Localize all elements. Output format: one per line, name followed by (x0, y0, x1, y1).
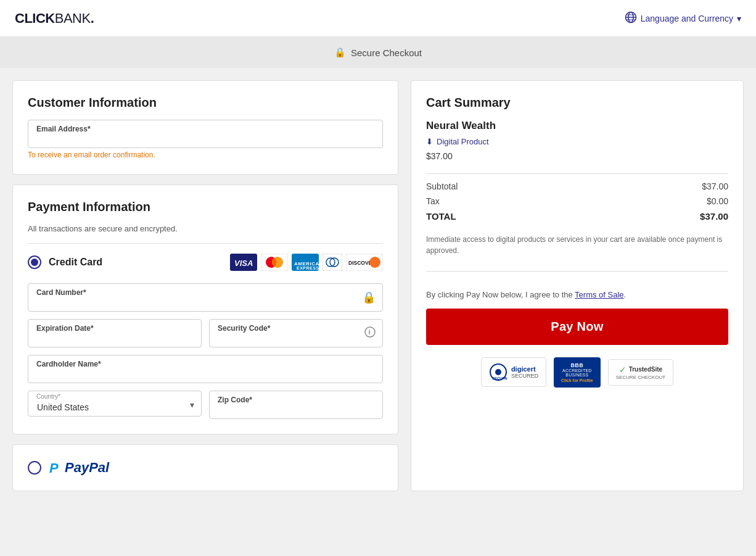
logo-bank: BANK (55, 10, 91, 26)
checkmark-icon: ✓ (619, 365, 627, 375)
expiry-wrapper: Expiration Date* (28, 319, 202, 347)
product-price: $37.00 (426, 151, 728, 161)
summary-divider-2 (426, 271, 728, 272)
visa-icon: VISA (230, 254, 257, 271)
expiry-security-row: Expiration Date* Security Code* i (28, 319, 383, 347)
cardholder-input[interactable] (28, 355, 383, 383)
summary-divider-1 (426, 173, 728, 174)
mastercard-icon (261, 254, 288, 271)
email-hint: To receive an email order confirmation. (28, 151, 383, 159)
credit-card-radio[interactable] (28, 255, 41, 269)
card-icons: VISA AMERICAN EXPRESS (230, 254, 383, 271)
digicert-badge: SECURED digicert SECURED (481, 357, 546, 387)
main-content: Customer Information Email Address* To r… (0, 68, 756, 504)
cardholder-wrapper: Cardholder Name* (28, 355, 383, 383)
paypal-logo: P PayPal (49, 460, 109, 476)
lock-icon: 🔒 (334, 47, 346, 58)
security-info-icon[interactable]: i (364, 326, 376, 340)
terms-of-sale-link[interactable]: Terms of Sale (575, 290, 623, 299)
card-number-label: Card Number* (36, 288, 86, 297)
download-icon: ⬇ (426, 137, 433, 146)
card-form: Card Number* 🔒 Expiration Date* Security… (28, 283, 383, 419)
digicert-label: digicert SECURED (511, 365, 538, 379)
zip-label: Zip Code* (218, 396, 252, 404)
pay-now-button[interactable]: Pay Now (426, 309, 728, 345)
paypal-card: P PayPal (12, 444, 398, 491)
total-label: TOTAL (426, 211, 456, 222)
logo: CLICKBANK. (15, 10, 94, 27)
svg-point-18 (369, 257, 380, 268)
security-wrapper: Security Code* i (209, 319, 383, 347)
card-number-wrapper: Card Number* 🔒 (28, 283, 383, 312)
paypal-radio[interactable] (28, 461, 41, 475)
svg-rect-13 (323, 254, 342, 271)
zip-input[interactable] (209, 391, 383, 419)
digital-product-row: ⬇ Digital Product (426, 137, 728, 146)
card-lock-icon: 🔒 (362, 291, 376, 304)
svg-text:SECURED: SECURED (492, 376, 507, 380)
svg-text:EXPRESS: EXPRESS (297, 266, 319, 270)
diners-icon (323, 254, 342, 271)
security-input[interactable] (209, 319, 383, 347)
paypal-row: P PayPal (28, 460, 383, 476)
secure-checkout-label: Secure Checkout (351, 48, 422, 58)
left-panel: Customer Information Email Address* To r… (12, 80, 398, 491)
cardholder-label: Cardholder Name* (36, 360, 101, 368)
country-wrapper: Country* United States ▾ (28, 391, 202, 419)
email-form-group: Email Address* To receive an email order… (28, 120, 383, 159)
header: CLICKBANK. Language and Currency ▾ (0, 0, 756, 37)
subtotal-label: Subtotal (426, 181, 458, 191)
language-currency-label: Language and Currency (641, 14, 733, 23)
cart-summary-panel: Cart Summary Neural Wealth ⬇ Digital Pro… (411, 80, 744, 491)
zip-wrapper: Zip Code* (209, 391, 383, 419)
expiry-label: Expiration Date* (36, 324, 94, 333)
country-label: Country* (36, 393, 60, 400)
customer-info-card: Customer Information Email Address* To r… (12, 80, 398, 175)
payment-info-title: Payment Information (28, 200, 383, 214)
country-zip-row: Country* United States ▾ Zip Code* (28, 391, 383, 419)
tax-label: Tax (426, 196, 440, 206)
product-type: Digital Product (437, 137, 489, 146)
amex-icon: AMERICAN EXPRESS (292, 254, 319, 271)
terms-suffix: . (624, 290, 627, 299)
secure-checkout-bar: 🔒 Secure Checkout (0, 37, 756, 68)
globe-icon (625, 11, 637, 25)
subtotal-row: Subtotal $37.00 (426, 181, 728, 191)
trusted-site-badge: ✓ TrustedSite SECURE CHECKOUT (608, 359, 673, 386)
total-value: $37.00 (700, 211, 728, 222)
email-label: Email Address* (36, 125, 91, 133)
customer-info-title: Customer Information (28, 96, 383, 110)
cart-summary-title: Cart Summary (426, 96, 728, 110)
terms-note: By clicking Pay Now below, I agree to th… (426, 289, 728, 301)
svg-text:VISA: VISA (234, 259, 253, 268)
credit-card-label: Credit Card (49, 257, 102, 268)
bbb-badge: BBB ACCREDITED BUSINESS Click for Profil… (554, 357, 601, 388)
security-label: Security Code* (218, 324, 270, 333)
tax-row: Tax $0.00 (426, 196, 728, 206)
paypal-p-icon: P (49, 460, 62, 476)
payment-subtitle: All transactions are secure and encrypte… (28, 224, 383, 233)
payment-info-card: Payment Information All transactions are… (12, 185, 398, 434)
discover-icon: DISCOVER (346, 254, 383, 271)
paypal-text: PayPal (65, 460, 109, 476)
total-row: TOTAL $37.00 (426, 211, 728, 222)
logo-click: CLICK (15, 10, 55, 26)
logo-dot: . (91, 10, 94, 26)
trust-badges: SECURED digicert SECURED BBB ACCREDITED … (426, 357, 728, 388)
card-number-input[interactable] (28, 283, 383, 312)
access-note: Immediate access to digital products or … (426, 234, 728, 256)
terms-prefix: By clicking Pay Now below, I agree to th… (426, 290, 575, 299)
language-currency-button[interactable]: Language and Currency ▾ (625, 11, 741, 25)
payment-divider (28, 243, 383, 244)
expiry-input[interactable] (28, 319, 202, 347)
credit-card-method-row: Credit Card VISA (28, 254, 383, 271)
email-input[interactable] (28, 120, 383, 148)
svg-text:i: i (369, 328, 371, 336)
tax-value: $0.00 (707, 196, 728, 206)
digicert-icon: SECURED (489, 363, 507, 381)
chevron-down-icon: ▾ (737, 14, 741, 23)
svg-text:P: P (49, 460, 59, 476)
product-name: Neural Wealth (426, 120, 728, 132)
subtotal-value: $37.00 (702, 181, 728, 191)
